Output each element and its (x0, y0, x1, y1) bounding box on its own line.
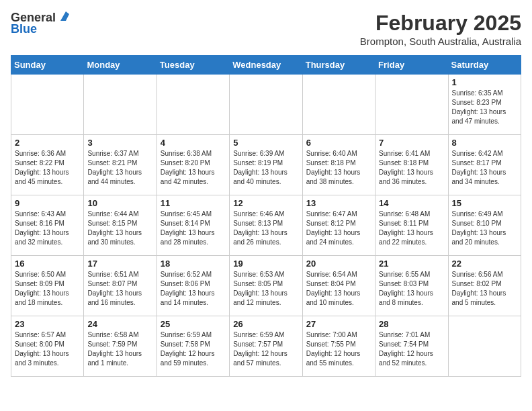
day-number: 28 (379, 319, 444, 329)
calendar-week-row: 23Sunrise: 6:57 AM Sunset: 8:00 PM Dayli… (11, 316, 521, 377)
table-row (230, 75, 302, 135)
svg-marker-0 (60, 11, 69, 21)
calendar-week-row: 9Sunrise: 6:43 AM Sunset: 8:16 PM Daylig… (11, 195, 521, 256)
col-tuesday: Tuesday (157, 56, 229, 75)
calendar-week-row: 2Sunrise: 6:36 AM Sunset: 8:22 PM Daylig… (11, 135, 521, 195)
table-row: 18Sunrise: 6:52 AM Sunset: 8:06 PM Dayli… (157, 256, 229, 316)
table-row: 5Sunrise: 6:39 AM Sunset: 8:19 PM Daylig… (230, 135, 302, 195)
table-row: 13Sunrise: 6:47 AM Sunset: 8:12 PM Dayli… (302, 195, 375, 256)
logo-triangle-icon (57, 11, 69, 22)
day-info: Sunrise: 6:41 AM Sunset: 8:18 PM Dayligh… (379, 149, 444, 187)
day-number: 10 (87, 198, 152, 208)
day-info: Sunrise: 6:42 AM Sunset: 8:17 PM Dayligh… (452, 149, 517, 187)
day-info: Sunrise: 6:52 AM Sunset: 8:06 PM Dayligh… (161, 270, 226, 308)
day-number: 25 (161, 319, 226, 329)
day-number: 4 (161, 138, 226, 148)
table-row: 22Sunrise: 6:56 AM Sunset: 8:02 PM Dayli… (448, 256, 521, 316)
logo-blue: Blue (11, 22, 37, 36)
day-info: Sunrise: 6:44 AM Sunset: 8:15 PM Dayligh… (87, 210, 152, 247)
day-number: 22 (452, 259, 517, 269)
day-info: Sunrise: 6:58 AM Sunset: 7:59 PM Dayligh… (87, 330, 152, 368)
col-sunday: Sunday (11, 56, 84, 75)
day-info: Sunrise: 6:47 AM Sunset: 8:12 PM Dayligh… (306, 210, 371, 247)
day-number: 17 (87, 259, 152, 269)
calendar-header-row: Sunday Monday Tuesday Wednesday Thursday… (11, 56, 521, 75)
day-info: Sunrise: 6:37 AM Sunset: 8:21 PM Dayligh… (87, 149, 152, 187)
col-monday: Monday (84, 56, 157, 75)
logo: General Blue (11, 11, 69, 36)
day-info: Sunrise: 6:54 AM Sunset: 8:04 PM Dayligh… (306, 270, 371, 308)
location-title: Brompton, South Australia, Australia (360, 36, 521, 47)
table-row: 9Sunrise: 6:43 AM Sunset: 8:16 PM Daylig… (11, 195, 84, 256)
day-info: Sunrise: 6:45 AM Sunset: 8:14 PM Dayligh… (161, 210, 226, 247)
col-wednesday: Wednesday (230, 56, 302, 75)
table-row: 8Sunrise: 6:42 AM Sunset: 8:17 PM Daylig… (448, 135, 521, 195)
month-title: February 2025 (360, 11, 521, 36)
table-row: 28Sunrise: 7:01 AM Sunset: 7:54 PM Dayli… (375, 316, 448, 377)
title-block: February 2025 Brompton, South Australia,… (360, 11, 521, 47)
table-row (157, 75, 229, 135)
day-info: Sunrise: 7:01 AM Sunset: 7:54 PM Dayligh… (379, 330, 444, 368)
day-info: Sunrise: 6:56 AM Sunset: 8:02 PM Dayligh… (452, 270, 517, 308)
table-row (11, 75, 84, 135)
day-number: 16 (15, 259, 80, 269)
col-friday: Friday (375, 56, 448, 75)
day-info: Sunrise: 6:59 AM Sunset: 7:58 PM Dayligh… (161, 330, 226, 368)
table-row (84, 75, 157, 135)
day-info: Sunrise: 6:57 AM Sunset: 8:00 PM Dayligh… (15, 330, 80, 368)
day-number: 26 (233, 319, 298, 329)
day-info: Sunrise: 6:59 AM Sunset: 7:57 PM Dayligh… (233, 330, 298, 368)
day-info: Sunrise: 6:39 AM Sunset: 8:19 PM Dayligh… (233, 149, 298, 187)
table-row: 6Sunrise: 6:40 AM Sunset: 8:18 PM Daylig… (302, 135, 375, 195)
table-row: 4Sunrise: 6:38 AM Sunset: 8:20 PM Daylig… (157, 135, 229, 195)
table-row: 10Sunrise: 6:44 AM Sunset: 8:15 PM Dayli… (84, 195, 157, 256)
day-number: 8 (452, 138, 517, 148)
day-number: 13 (306, 198, 371, 208)
day-number: 15 (452, 198, 517, 208)
day-info: Sunrise: 6:35 AM Sunset: 8:23 PM Dayligh… (452, 89, 517, 126)
day-info: Sunrise: 6:53 AM Sunset: 8:05 PM Dayligh… (233, 270, 298, 308)
table-row: 23Sunrise: 6:57 AM Sunset: 8:00 PM Dayli… (11, 316, 84, 377)
table-row: 7Sunrise: 6:41 AM Sunset: 8:18 PM Daylig… (375, 135, 448, 195)
col-saturday: Saturday (448, 56, 521, 75)
day-info: Sunrise: 6:49 AM Sunset: 8:10 PM Dayligh… (452, 210, 517, 247)
calendar-week-row: 16Sunrise: 6:50 AM Sunset: 8:09 PM Dayli… (11, 256, 521, 316)
table-row: 15Sunrise: 6:49 AM Sunset: 8:10 PM Dayli… (448, 195, 521, 256)
table-row: 26Sunrise: 6:59 AM Sunset: 7:57 PM Dayli… (230, 316, 302, 377)
day-number: 6 (306, 138, 371, 148)
day-info: Sunrise: 6:46 AM Sunset: 8:13 PM Dayligh… (233, 210, 298, 247)
day-info: Sunrise: 7:00 AM Sunset: 7:55 PM Dayligh… (306, 330, 371, 368)
table-row: 21Sunrise: 6:55 AM Sunset: 8:03 PM Dayli… (375, 256, 448, 316)
day-info: Sunrise: 6:48 AM Sunset: 8:11 PM Dayligh… (379, 210, 444, 247)
table-row: 14Sunrise: 6:48 AM Sunset: 8:11 PM Dayli… (375, 195, 448, 256)
page-header: General Blue February 2025 Brompton, Sou… (11, 11, 521, 47)
day-info: Sunrise: 6:55 AM Sunset: 8:03 PM Dayligh… (379, 270, 444, 308)
day-number: 18 (161, 259, 226, 269)
day-number: 1 (452, 77, 517, 87)
day-number: 5 (233, 138, 298, 148)
table-row: 12Sunrise: 6:46 AM Sunset: 8:13 PM Dayli… (230, 195, 302, 256)
table-row (448, 316, 521, 377)
table-row: 25Sunrise: 6:59 AM Sunset: 7:58 PM Dayli… (157, 316, 229, 377)
table-row: 2Sunrise: 6:36 AM Sunset: 8:22 PM Daylig… (11, 135, 84, 195)
day-number: 2 (15, 138, 80, 148)
table-row: 3Sunrise: 6:37 AM Sunset: 8:21 PM Daylig… (84, 135, 157, 195)
day-number: 7 (379, 138, 444, 148)
table-row: 17Sunrise: 6:51 AM Sunset: 8:07 PM Dayli… (84, 256, 157, 316)
day-number: 14 (379, 198, 444, 208)
col-thursday: Thursday (302, 56, 375, 75)
day-number: 3 (87, 138, 152, 148)
table-row: 11Sunrise: 6:45 AM Sunset: 8:14 PM Dayli… (157, 195, 229, 256)
day-number: 11 (161, 198, 226, 208)
day-number: 12 (233, 198, 298, 208)
calendar-table: Sunday Monday Tuesday Wednesday Thursday… (11, 55, 521, 377)
table-row (302, 75, 375, 135)
day-number: 9 (15, 198, 80, 208)
day-number: 21 (379, 259, 444, 269)
table-row: 1Sunrise: 6:35 AM Sunset: 8:23 PM Daylig… (448, 75, 521, 135)
day-info: Sunrise: 6:50 AM Sunset: 8:09 PM Dayligh… (15, 270, 80, 308)
table-row: 24Sunrise: 6:58 AM Sunset: 7:59 PM Dayli… (84, 316, 157, 377)
day-number: 27 (306, 319, 371, 329)
table-row: 20Sunrise: 6:54 AM Sunset: 8:04 PM Dayli… (302, 256, 375, 316)
table-row: 19Sunrise: 6:53 AM Sunset: 8:05 PM Dayli… (230, 256, 302, 316)
